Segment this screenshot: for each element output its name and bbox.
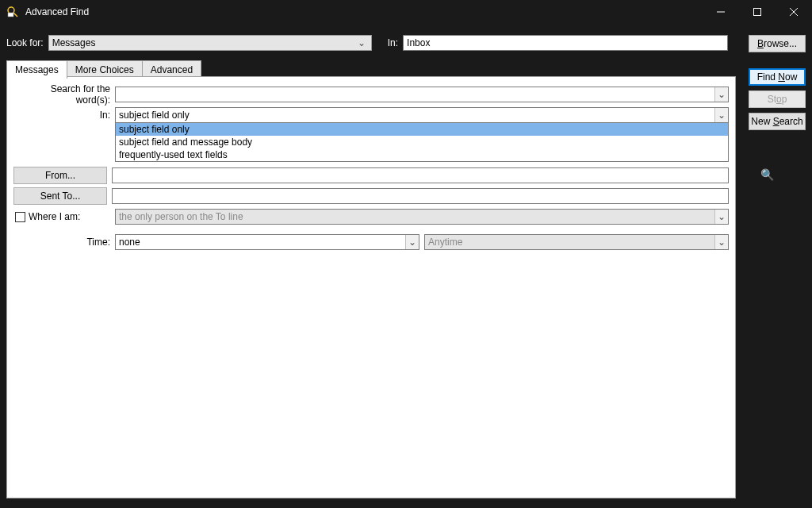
chevron-down-icon: ⌄ [714,87,728,102]
from-button[interactable]: From... [13,167,107,184]
chevron-down-icon: ⌄ [714,235,728,249]
sent-to-button[interactable]: Sent To... [13,187,107,205]
time-range-combo: Anytime ⌄ [424,234,729,250]
in-folder-field[interactable]: Inbox [403,35,728,51]
time-label: Time: [13,237,115,248]
svg-rect-4 [754,9,761,16]
minimize-button[interactable] [703,0,739,24]
in-folder-value: Inbox [407,37,430,48]
time-combo[interactable]: none ⌄ [115,234,419,250]
time-value: none [119,237,140,248]
in-field-label: In: [13,110,115,121]
in-field-combo[interactable]: subject field only ⌄ [115,107,729,123]
look-for-value: Messages [52,37,355,48]
svg-line-1 [13,13,17,17]
where-value: the only person on the To line [119,211,243,222]
tab-messages[interactable]: Messages [6,60,67,79]
chevron-down-icon: ⌄ [714,210,728,224]
stop-button: Stop [749,90,806,108]
svg-rect-2 [8,13,13,17]
chevron-down-icon: ⌄ [714,108,728,122]
new-search-button[interactable]: New Search [749,113,806,130]
dropdown-option[interactable]: subject field and message body [116,136,728,148]
in-label: In: [388,37,398,48]
find-now-button[interactable]: Find Now [749,68,806,86]
sent-to-input[interactable] [112,188,729,204]
in-field-dropdown[interactable]: subject field only subject field and mes… [115,122,729,162]
tab-panel-messages: Search for the word(s): ⌄ In: subject fi… [6,76,736,498]
look-for-label: Look for: [6,37,44,48]
dropdown-option[interactable]: subject field only [116,123,728,136]
from-input[interactable] [112,167,729,183]
chevron-down-icon: ⌄ [405,235,419,249]
window-title: Advanced Find [25,6,89,17]
app-icon [6,6,19,18]
look-for-combo[interactable]: Messages ⌄ [48,35,372,51]
in-field-value: subject field only [119,110,190,121]
where-combo: the only person on the To line ⌄ [115,209,729,225]
chevron-down-icon: ⌄ [355,37,368,48]
maximize-button[interactable] [739,0,776,24]
title-bar: Advanced Find [0,0,812,24]
close-button[interactable] [776,0,812,24]
search-words-input[interactable]: ⌄ [115,87,729,102]
dropdown-option[interactable]: frequently-used text fields [116,148,728,161]
browse-button[interactable]: Browse... [749,35,806,52]
where-checkbox[interactable] [15,212,25,222]
lookfor-row: Look for: Messages ⌄ In: Inbox [0,32,812,54]
where-i-am-row: Where I am: [13,211,115,222]
magnifier-cursor-icon: 🔍 [760,168,774,181]
search-words-label: Search for the word(s): [13,83,115,106]
action-buttons: Browse... Find Now Stop New Search [749,35,806,130]
time-range-value: Anytime [428,237,462,248]
